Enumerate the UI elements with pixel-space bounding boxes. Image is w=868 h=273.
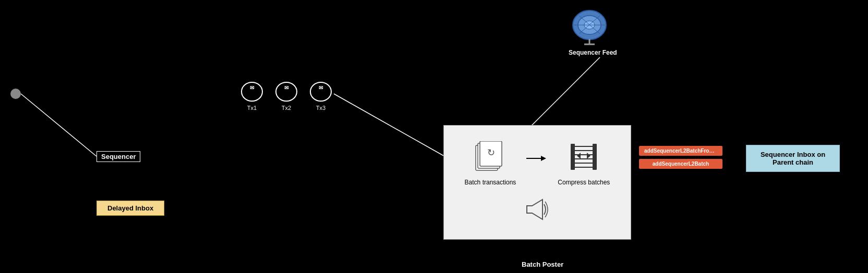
svg-marker-36	[527, 200, 542, 219]
svg-line-2	[522, 57, 600, 135]
sequencer-feed-label: Sequencer Feed	[569, 49, 617, 56]
svg-marker-34	[577, 153, 581, 159]
svg-text:✉: ✉	[250, 85, 255, 91]
batch-stack-icon: ↻ Batch transactions	[465, 141, 516, 186]
satellite-dish-icon	[569, 5, 610, 47]
seq-contract-btn-1[interactable]: addSequencerL2BatchFromEcdsa	[639, 146, 722, 156]
compress-batches-icon: Compress batches	[558, 141, 610, 186]
delayed-inbox-box: Delayed Inbox	[97, 201, 164, 216]
batch-processing-box: ↻ Batch transactions	[443, 125, 631, 240]
tx1-label: Tx1	[247, 105, 257, 111]
connections-svg	[0, 0, 868, 273]
svg-rect-26	[571, 144, 575, 170]
left-node-circle	[10, 89, 21, 99]
megaphone-section	[524, 196, 550, 225]
tx2-label: Tx2	[282, 105, 291, 111]
transactions-area: ✉ Tx1 ✉ Tx2 ✉ Tx3	[240, 81, 333, 111]
tx1-item: ✉ Tx1	[240, 81, 264, 111]
svg-text:↻: ↻	[487, 147, 495, 158]
svg-text:✉: ✉	[319, 85, 323, 91]
seq-contract-btn-2[interactable]: addSequencerL2Batch	[639, 159, 722, 169]
svg-line-1	[334, 94, 454, 162]
batch-top-row: ↻ Batch transactions	[465, 141, 610, 186]
diagram-container: Sequencer Feed ✉ Tx1 ✉ Tx2 ✉ Tx3 Sequenc	[0, 0, 868, 273]
sequencer-feed-area: Sequencer Feed	[569, 5, 617, 56]
tx3-label: Tx3	[316, 105, 326, 111]
tx3-item: ✉ Tx3	[309, 81, 333, 111]
batch-poster-label: Batch Poster	[522, 260, 563, 268]
sequencer-contract-area: addSequencerL2BatchFromEcdsa addSequence…	[639, 146, 722, 169]
svg-marker-35	[587, 153, 590, 159]
tx2-item: ✉ Tx2	[274, 81, 298, 111]
compress-batches-label: Compress batches	[558, 179, 610, 186]
parent-chain-inbox-box: Sequencer Inbox on Parent chain	[746, 145, 840, 172]
svg-rect-27	[593, 144, 597, 170]
svg-marker-25	[541, 156, 546, 161]
svg-text:✉: ✉	[284, 85, 289, 91]
batch-transactions-label: Batch transactions	[465, 179, 516, 186]
svg-line-0	[21, 94, 97, 156]
sequencer-label: Sequencer	[97, 151, 140, 162]
